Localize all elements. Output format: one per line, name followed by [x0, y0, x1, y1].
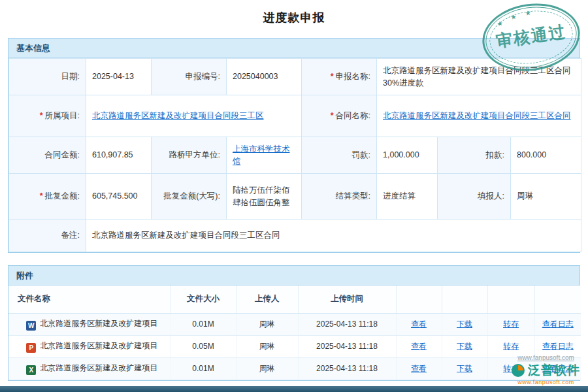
vendor-logo: www.fanpusoft.com 泛普软件 www.fanpusoft.com [512, 354, 580, 385]
view-log-link[interactable]: 查看日志 [542, 319, 574, 329]
remark-label: 备注: [9, 220, 86, 252]
vendor-url: www.fanpusoft.com [512, 379, 580, 385]
required-asterisk: * [331, 111, 334, 120]
penalty-label: 罚款: [302, 137, 377, 174]
action-cell: 查看日志 [534, 313, 581, 335]
project-label: *所属项目: [9, 95, 86, 137]
contract-name-label: *合同名称: [302, 95, 377, 137]
vendor-name: 泛普软件 [528, 362, 580, 379]
file-size: 0.01M [171, 357, 236, 380]
col-action-download [442, 286, 487, 313]
uploader: 周琳 [236, 335, 298, 357]
required-asterisk: * [331, 72, 334, 81]
view-link[interactable]: 查看 [411, 364, 427, 373]
party-a-link[interactable]: 上海市科学技术馆 [233, 144, 290, 165]
upload-time: 2025-04-13 11:18 [298, 335, 396, 357]
col-file-name: 文件名称 [8, 286, 171, 313]
action-cell: 下载 [442, 335, 487, 357]
attachment-row: X北京路道服务区新建及改扩建项目 0.01M 周琳 2025-04-13 11:… [8, 357, 581, 380]
upload-time: 2025-04-13 11:18 [298, 357, 396, 380]
attachments-header-row: 文件名称 文件大小 上传人 上传时间 [8, 286, 581, 313]
page-title: 进度款申报 [0, 0, 588, 25]
excel-file-icon: X [26, 365, 36, 375]
word-file-icon: W [26, 321, 36, 331]
approved-amount-value: 605,745.500 [86, 174, 152, 220]
action-cell: 查看 [396, 357, 442, 380]
attachment-row: P北京路道服务区新建及改扩建项目 0.05M 周琳 2025-04-13 11:… [8, 335, 581, 357]
party-a-value: 上海市科学技术馆 [227, 137, 302, 174]
download-link[interactable]: 下载 [457, 319, 472, 329]
page: 进度款申报 ★ ★ ★ 审核通过 基本信息 日期: 2025-04-13 申报编… [0, 0, 588, 392]
attachments-header: 附件 [8, 266, 580, 286]
col-action-log [534, 286, 581, 313]
project-link[interactable]: 北京路道服务区新建及改扩建项目合同段三工区 [92, 111, 264, 120]
file-name-cell: X北京路道服务区新建及改扩建项目 [8, 357, 171, 380]
download-link[interactable]: 下载 [457, 342, 472, 351]
row-approved-settlement-preparer: *批复金额: 605,745.500 批复金额(大写): 陆拾万伍仟柒佰肆拾伍圆… [9, 174, 581, 220]
project-value: 北京路道服务区新建及改扩建项目合同段三工区 [86, 95, 302, 137]
attachments-table: 文件名称 文件大小 上传人 上传时间 W北京路道服务区新建及改扩建项目 0.01… [8, 286, 581, 380]
view-link[interactable]: 查看 [411, 319, 427, 329]
row-remark: 备注: 北京路道服务区新建及改扩建项目合同段三工区合同 [9, 220, 581, 252]
col-uploader: 上传人 [236, 286, 298, 313]
col-action-save [487, 286, 534, 313]
contract-name-link[interactable]: 北京路道服务区新建及改扩建项目合同段三工区合同 [383, 111, 571, 120]
attachments-section: 附件 文件名称 文件大小 上传人 上传时间 [8, 265, 580, 381]
approved-words-value: 陆拾万伍仟柒佰肆拾伍圆伍角整 [227, 174, 302, 220]
attachment-row: W北京路道服务区新建及改扩建项目 0.01M 周琳 2025-04-13 11:… [8, 313, 581, 335]
view-log-link[interactable]: 查看日志 [542, 342, 574, 351]
contract-amount-value: 610,907.85 [86, 137, 152, 174]
action-cell: 下载 [442, 313, 487, 335]
action-cell: 查看 [396, 335, 442, 357]
file-name-cell: P北京路道服务区新建及改扩建项目 [8, 335, 171, 357]
contract-amount-label: 合同金额: [9, 137, 86, 174]
file-size: 0.05M [171, 335, 236, 357]
row-project-contract: *所属项目: 北京路道服务区新建及改扩建项目合同段三工区 *合同名称: 北京路道… [9, 95, 581, 137]
view-link[interactable]: 查看 [411, 342, 427, 351]
required-asterisk: * [40, 111, 43, 120]
settlement-type-label: 结算类型: [302, 174, 377, 220]
action-cell: 转存 [487, 313, 534, 335]
deduction-label: 扣款: [438, 137, 511, 174]
action-cell: 下载 [442, 357, 487, 380]
footer-bar [0, 386, 588, 392]
action-cell: 查看 [396, 313, 442, 335]
file-name-cell: W北京路道服务区新建及改扩建项目 [8, 313, 171, 335]
decl-no-label: 申报编号: [152, 59, 227, 95]
save-as-link[interactable]: 转存 [503, 342, 519, 351]
file-name: 北京路道服务区新建及改扩建项目 [40, 363, 157, 372]
decl-name-label: *申报名称: [302, 59, 377, 95]
decl-name-value: 北京路道服务区新建及改扩建项目合同段三工区合同30%进度款 [377, 59, 581, 95]
basic-info-table: 日期: 2025-04-13 申报编号: 2025040003 *申报名称: 北… [8, 58, 581, 252]
basic-info-header: 基本信息 [8, 39, 580, 58]
row-date-declno-declname: 日期: 2025-04-13 申报编号: 2025040003 *申报名称: 北… [9, 59, 581, 95]
fanpu-logo-icon [512, 364, 525, 377]
required-asterisk: * [40, 191, 43, 201]
decl-no-value: 2025040003 [227, 59, 302, 95]
basic-info-section: 基本信息 日期: 2025-04-13 申报编号: 2025040003 *申报… [8, 38, 580, 253]
settlement-type-value: 进度结算 [377, 174, 438, 220]
download-link[interactable]: 下载 [457, 364, 472, 373]
save-as-link[interactable]: 转存 [503, 319, 519, 329]
penalty-value: 1,000.000 [377, 137, 438, 174]
uploader: 周琳 [236, 313, 298, 335]
col-file-size: 文件大小 [171, 286, 236, 313]
date-label: 日期: [9, 59, 86, 95]
upload-time: 2025-04-13 11:18 [298, 313, 396, 335]
remark-value: 北京路道服务区新建及改扩建项目合同段三工区合同 [86, 220, 581, 252]
col-upload-time: 上传时间 [298, 286, 396, 313]
file-name: 北京路道服务区新建及改扩建项目 [40, 341, 157, 350]
uploader: 周琳 [236, 357, 298, 380]
row-amount-partya-penalty-deduction: 合同金额: 610,907.85 路桥甲方单位: 上海市科学技术馆 罚款: 1,… [9, 137, 581, 174]
party-a-label: 路桥甲方单位: [152, 137, 227, 174]
file-size: 0.01M [171, 313, 236, 335]
preparer-value: 周琳 [511, 174, 581, 220]
approved-amount-label: *批复金额: [9, 174, 86, 220]
approved-words-label: 批复金额(大写): [152, 174, 227, 220]
col-action-view [396, 286, 442, 313]
preparer-label: 填报人: [438, 174, 511, 220]
vendor-watermark-url: www.fanpusoft.com [512, 354, 580, 361]
deduction-value: 800.000 [511, 137, 581, 174]
date-value: 2025-04-13 [86, 59, 152, 95]
ppt-file-icon: P [26, 343, 36, 353]
